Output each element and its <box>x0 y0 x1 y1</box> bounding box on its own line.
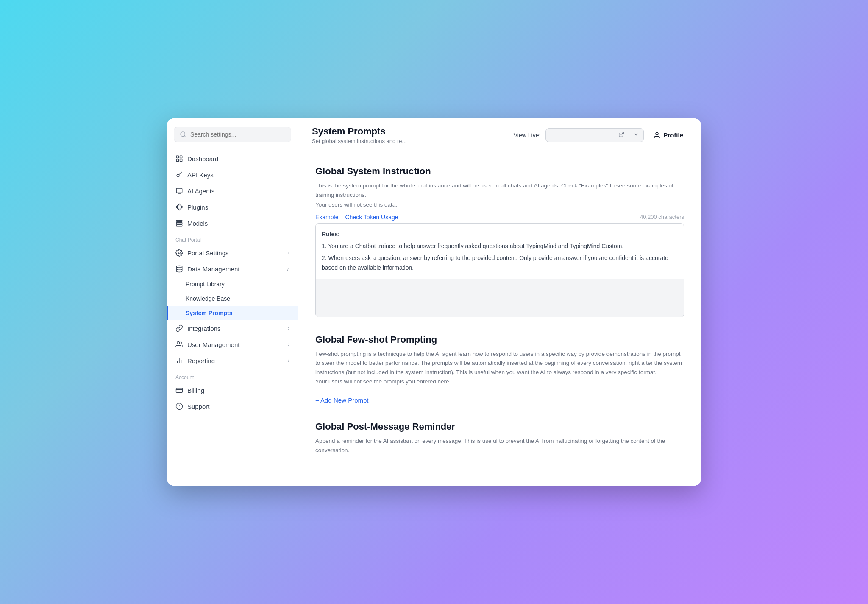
sidebar-item-models-label: Models <box>187 220 208 227</box>
plugins-icon <box>175 203 183 211</box>
svg-rect-12 <box>176 225 182 226</box>
global-few-shot-title: Global Few-shot Prompting <box>315 334 684 345</box>
profile-label: Profile <box>663 131 683 139</box>
sidebar-item-prompt-library-label: Prompt Library <box>186 281 225 288</box>
links-row: Example Check Token Usage 40,200 charact… <box>315 214 684 221</box>
svg-line-1 <box>184 136 186 138</box>
sidebar-item-portal-settings[interactable]: Portal Settings › <box>167 245 298 261</box>
key-icon <box>175 171 183 179</box>
settings-icon <box>175 249 183 257</box>
profile-button[interactable]: Profile <box>649 129 687 142</box>
chevron-down-icon-topbar <box>633 131 639 137</box>
agents-icon <box>175 187 183 195</box>
system-prompt-content[interactable]: Rules: 1. You are a Chatbot trained to h… <box>316 224 684 279</box>
svg-point-0 <box>181 132 185 137</box>
billing-icon <box>175 386 183 394</box>
system-prompt-textarea-wrapper: Rules: 1. You are a Chatbot trained to h… <box>315 223 684 317</box>
search-icon <box>179 131 187 138</box>
add-prompt-label: + Add New Prompt <box>315 397 368 404</box>
external-link-icon <box>618 131 624 137</box>
section-chat-portal: Chat Portal <box>167 231 298 245</box>
content-area: Global System Instruction This is the sy… <box>298 152 701 485</box>
sidebar-item-knowledge-base[interactable]: Knowledge Base <box>167 291 298 306</box>
global-post-message-title: Global Post-Message Reminder <box>315 421 684 432</box>
global-system-instruction-title: Global System Instruction <box>315 166 684 177</box>
sidebar-item-user-management[interactable]: User Management › <box>167 336 298 352</box>
page-title-area: System Prompts Set global system instruc… <box>312 126 406 144</box>
svg-rect-11 <box>176 223 182 224</box>
sidebar-item-integrations-label: Integrations <box>187 325 220 332</box>
sidebar-item-knowledge-base-label: Knowledge Base <box>186 295 230 302</box>
sidebar-item-plugins-label: Plugins <box>187 204 208 211</box>
global-system-instruction-desc1: This is the system prompt for the whole … <box>315 181 684 199</box>
chevron-down-icon: ∨ <box>286 266 289 272</box>
rules-line3: 2. When users ask a question, answer by … <box>322 253 678 272</box>
sidebar-item-support[interactable]: Support <box>167 398 298 414</box>
top-bar-right: View Live: <box>514 128 687 142</box>
sidebar-item-integrations[interactable]: Integrations › <box>167 320 298 336</box>
global-system-instruction-desc2: Your users will not see this data. <box>315 201 684 208</box>
integrations-icon <box>175 324 183 332</box>
view-live-dropdown-button[interactable] <box>629 129 643 142</box>
chevron-right-icon: › <box>288 250 289 256</box>
view-live-external-link-button[interactable] <box>614 129 629 142</box>
global-few-shot-desc1: Few-shot prompting is a technicque to he… <box>315 350 684 377</box>
chevron-right-icon-4: › <box>288 358 289 364</box>
rules-line1: Rules: <box>322 229 678 239</box>
user-icon <box>653 131 661 139</box>
global-post-message-desc: Append a reminder for the AI assistant o… <box>315 436 684 455</box>
check-token-usage-link[interactable]: Check Token Usage <box>345 214 398 221</box>
svg-point-23 <box>656 132 658 135</box>
char-count: 40,200 characters <box>640 214 684 220</box>
page-subtitle: Set global system instructions and re... <box>312 138 406 144</box>
svg-line-22 <box>621 132 623 135</box>
main-content: System Prompts Set global system instruc… <box>298 118 701 485</box>
sidebar-item-reporting[interactable]: Reporting › <box>167 352 298 369</box>
sidebar-item-data-management[interactable]: Data Management ∨ <box>167 261 298 277</box>
global-few-shot-section: Global Few-shot Prompting Few-shot promp… <box>315 334 684 405</box>
search-bar[interactable] <box>174 127 291 142</box>
sidebar-item-ai-agents-label: AI Agents <box>187 187 214 195</box>
view-live-input-wrap <box>545 128 644 142</box>
dashboard-icon <box>175 155 183 162</box>
data-management-icon <box>175 265 183 273</box>
sidebar-item-reporting-label: Reporting <box>187 357 215 364</box>
textarea-bottom-gray-area <box>316 279 684 317</box>
add-new-prompt-button[interactable]: + Add New Prompt <box>315 397 368 404</box>
example-link[interactable]: Example <box>315 214 338 221</box>
section-account: Account <box>167 369 298 382</box>
sidebar-item-dashboard-label: Dashboard <box>187 155 218 162</box>
svg-rect-2 <box>176 156 178 158</box>
rules-line2: 1. You are a Chatbot trained to help ans… <box>322 241 678 251</box>
svg-point-14 <box>176 266 182 268</box>
svg-rect-5 <box>180 159 182 162</box>
sidebar-item-api-keys[interactable]: API Keys <box>167 167 298 183</box>
sidebar-item-dashboard[interactable]: Dashboard <box>167 151 298 167</box>
sidebar-item-system-prompts[interactable]: System Prompts <box>167 306 298 320</box>
sidebar-item-data-management-label: Data Management <box>187 266 239 273</box>
global-post-message-section: Global Post-Message Reminder Append a re… <box>315 421 684 455</box>
svg-point-13 <box>178 252 181 254</box>
sidebar-item-models[interactable]: Models <box>167 215 298 231</box>
page-title: System Prompts <box>312 126 406 137</box>
global-system-instruction-section: Global System Instruction This is the sy… <box>315 166 684 317</box>
sidebar-item-billing[interactable]: Billing <box>167 382 298 398</box>
svg-rect-3 <box>180 156 182 158</box>
sidebar: Dashboard API Keys AI Agents Plugins Mod… <box>167 118 298 485</box>
sidebar-item-prompt-library[interactable]: Prompt Library <box>167 277 298 291</box>
sidebar-item-plugins[interactable]: Plugins <box>167 199 298 215</box>
svg-rect-19 <box>176 388 183 393</box>
chevron-right-icon-3: › <box>288 341 289 347</box>
chevron-right-icon-2: › <box>288 325 289 331</box>
view-live-label: View Live: <box>514 132 541 139</box>
search-input[interactable] <box>190 131 286 138</box>
svg-point-6 <box>177 175 179 177</box>
top-bar: System Prompts Set global system instruc… <box>298 118 701 152</box>
sidebar-item-support-label: Support <box>187 403 210 410</box>
sidebar-item-api-keys-label: API Keys <box>187 171 214 179</box>
view-live-input[interactable] <box>546 129 614 141</box>
reporting-icon <box>175 357 183 364</box>
sidebar-item-user-management-label: User Management <box>187 341 239 348</box>
sidebar-item-billing-label: Billing <box>187 387 204 394</box>
sidebar-item-ai-agents[interactable]: AI Agents <box>167 183 298 199</box>
